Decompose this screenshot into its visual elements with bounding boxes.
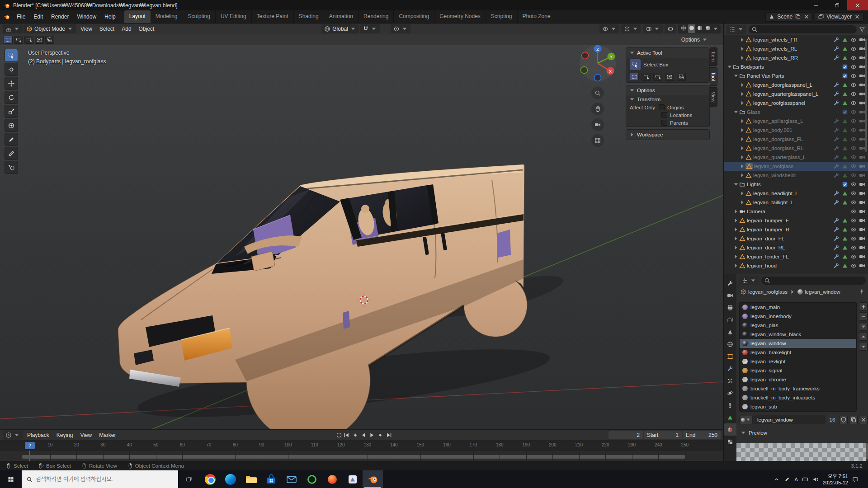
app-menu-button[interactable]	[0, 14, 13, 20]
tool-add-cube-button[interactable]	[5, 161, 18, 174]
mesh-data-icon[interactable]	[842, 226, 848, 233]
disclosure-right[interactable]	[739, 136, 745, 142]
transform-subsection-header[interactable]: Transform	[626, 95, 709, 103]
render-toggle[interactable]	[859, 172, 865, 178]
outliner-item-label[interactable]: legvan_taillight_L	[753, 200, 793, 205]
select-mode-intersect[interactable]	[45, 36, 54, 44]
outliner-scrollbar[interactable]	[865, 39, 867, 152]
outliner-row[interactable]: legvan_wheels_RL	[724, 44, 868, 53]
outliner-row[interactable]: Lights	[724, 180, 868, 189]
disclosure-right[interactable]	[733, 217, 739, 224]
tool-scale-button[interactable]	[5, 105, 18, 118]
render-toggle[interactable]	[859, 154, 865, 160]
hide-toggle[interactable]	[850, 217, 857, 224]
hide-toggle[interactable]	[850, 55, 857, 61]
outliner-row[interactable]: legvan_taillight_L	[724, 198, 868, 207]
material-slot[interactable]: legvan_revlight	[740, 357, 856, 366]
menu-help[interactable]: Help	[100, 10, 120, 23]
tool-select-box-button[interactable]	[5, 49, 18, 62]
sidebar-tab-tool[interactable]: Tool	[710, 67, 717, 85]
maximize-button[interactable]	[826, 0, 847, 10]
tool-move-button[interactable]	[5, 77, 18, 90]
outliner-row[interactable]: legvan_body.001	[724, 126, 868, 135]
outliner-item-label[interactable]: Camera	[747, 209, 765, 214]
modifier-icon[interactable]	[833, 145, 840, 151]
fake-user-button[interactable]	[839, 416, 848, 424]
mesh-data-icon[interactable]	[842, 145, 848, 151]
workspace-tab-geometry-nodes[interactable]: Geometry Nodes	[434, 10, 486, 23]
editor-type-button[interactable]	[3, 24, 23, 33]
unlink-material-button[interactable]	[859, 416, 868, 424]
outliner-row[interactable]: Glass	[724, 108, 868, 117]
next-keyframe-button[interactable]	[377, 432, 384, 438]
disclosure-down[interactable]	[733, 109, 739, 115]
disclosure-right[interactable]	[739, 154, 745, 160]
object-visibility-dropdown[interactable]	[599, 24, 619, 33]
outliner-row[interactable]: legvan_windsheild	[724, 171, 868, 180]
start-button[interactable]	[0, 470, 22, 488]
disclosure-down[interactable]	[726, 64, 733, 70]
timeline-scrollbar[interactable]	[22, 455, 685, 459]
outliner-item-label[interactable]: legvan_apillarglass_L	[753, 118, 803, 124]
timeline-menu-keying[interactable]: Keying	[53, 432, 77, 438]
playhead[interactable]: 2	[25, 442, 35, 449]
tool-rotate-button[interactable]	[5, 91, 18, 104]
workspace-tab-texture-paint[interactable]: Texture Paint	[252, 10, 294, 23]
properties-tab-constraints[interactable]	[724, 399, 736, 411]
hide-toggle[interactable]	[850, 190, 857, 197]
new-material-button[interactable]	[849, 416, 858, 424]
modifier-icon[interactable]	[833, 217, 840, 224]
workspace-tab-compositing[interactable]: Compositing	[394, 10, 434, 23]
mesh-data-icon[interactable]	[842, 244, 848, 251]
outliner-row[interactable]: legvan_apillarglass_L	[724, 117, 868, 126]
disclosure-right[interactable]	[739, 82, 745, 88]
modifier-icon[interactable]	[833, 154, 840, 160]
keyboard-icon[interactable]	[802, 476, 808, 483]
snap-toggle[interactable]	[360, 24, 380, 33]
hide-toggle[interactable]	[850, 136, 857, 142]
disclosure-right[interactable]	[739, 127, 745, 133]
hide-toggle[interactable]	[850, 244, 857, 251]
mesh-data-icon[interactable]	[842, 154, 848, 160]
menu-render[interactable]: Render	[47, 10, 73, 23]
render-toggle[interactable]	[859, 263, 865, 269]
outliner-item-label[interactable]: Lights	[747, 182, 761, 187]
material-slot[interactable]: legvan_chrome	[740, 375, 856, 384]
modifier-icon[interactable]	[833, 199, 840, 206]
outliner-item-label[interactable]: legvan_wheels_FR	[753, 37, 797, 42]
viewport-menu-add[interactable]: Add	[118, 26, 135, 32]
zoom-button[interactable]	[591, 87, 604, 99]
gizmos-dropdown[interactable]	[621, 24, 641, 33]
render-toggle[interactable]	[859, 145, 865, 151]
hide-toggle[interactable]	[850, 263, 857, 269]
outliner-item-label[interactable]: legvan_doorglass_FL	[753, 136, 803, 142]
render-toggle[interactable]	[859, 226, 865, 233]
hide-toggle[interactable]	[850, 199, 857, 206]
hide-toggle[interactable]	[850, 91, 857, 97]
properties-tab-viewlayer[interactable]	[724, 314, 736, 326]
taskbar-search[interactable]	[22, 470, 178, 488]
hide-toggle[interactable]	[850, 163, 857, 169]
material-slot[interactable]: bruckell_m_body_frameworks	[740, 384, 856, 393]
modifier-icon[interactable]	[833, 226, 840, 233]
timeline-menu-view[interactable]: View	[76, 432, 95, 438]
hide-toggle[interactable]	[850, 118, 857, 124]
modifier-icon[interactable]	[833, 118, 840, 124]
minimize-button[interactable]	[806, 0, 826, 10]
properties-editor-type-button[interactable]	[739, 276, 759, 285]
disclosure-right[interactable]	[739, 190, 745, 197]
modifier-icon[interactable]	[833, 100, 840, 106]
jump-to-start-button[interactable]	[343, 432, 349, 438]
material-slot[interactable]: legvan_innerbody	[740, 312, 856, 321]
tool-measure-button[interactable]	[5, 147, 18, 160]
mesh-data-icon[interactable]	[842, 127, 848, 133]
hide-toggle[interactable]	[850, 235, 857, 242]
menu-file[interactable]: File	[13, 10, 29, 23]
render-toggle[interactable]	[859, 253, 865, 260]
windows-ink-icon[interactable]	[784, 476, 790, 483]
outliner-item-label[interactable]: legvan_quarterglass_L	[753, 155, 806, 160]
select-mode-subtract[interactable]	[24, 36, 33, 44]
properties-tab-data[interactable]	[724, 411, 736, 423]
material-slot[interactable]: legvan_window_black	[740, 330, 856, 339]
taskbar-app-green-icon[interactable]	[302, 470, 322, 488]
